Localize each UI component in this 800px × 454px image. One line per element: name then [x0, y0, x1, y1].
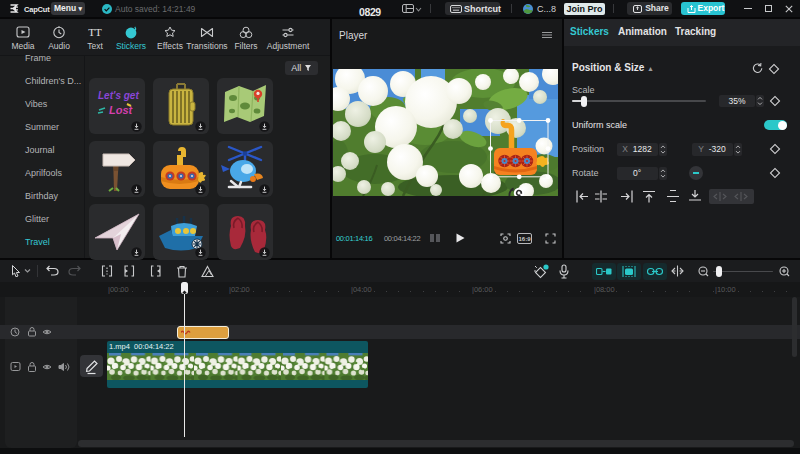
svg-text:Let's get: Let's get — [98, 90, 139, 101]
svg-text:16:9: 16:9 — [518, 236, 531, 242]
